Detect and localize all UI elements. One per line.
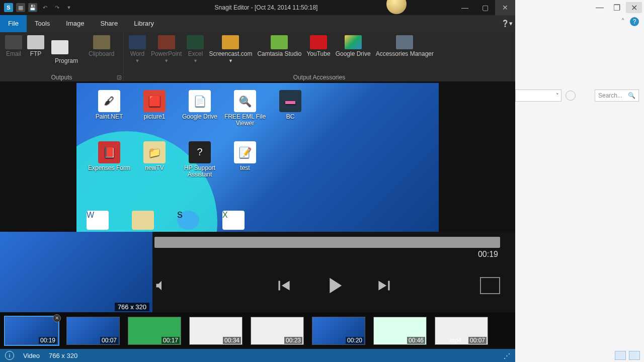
chevron-up-icon[interactable]: ˄ bbox=[621, 17, 625, 27]
output-program[interactable]: Program bbox=[48, 34, 85, 65]
capture-tray: ✕00:19 00:07 00:17 00:34 00:23 00:20 00:… bbox=[0, 312, 515, 349]
status-bar: i Video 766 x 320 ⋰ bbox=[0, 349, 515, 362]
menu-library[interactable]: Library bbox=[126, 15, 162, 32]
prev-frame-button[interactable] bbox=[274, 276, 293, 295]
output-powerpoint[interactable]: PowerPoint▼ bbox=[150, 34, 183, 65]
win-minimize-button[interactable]: — bbox=[592, 2, 608, 13]
group-accessories-label: Output Accessories bbox=[124, 74, 515, 81]
view-list-button[interactable] bbox=[615, 351, 626, 360]
desktop-icon: 📄Google Drive bbox=[177, 90, 222, 138]
help-icon[interactable]: ? bbox=[630, 17, 639, 26]
status-dimensions: 766 x 320 bbox=[49, 352, 77, 359]
next-frame-button[interactable] bbox=[375, 276, 394, 295]
info-icon[interactable]: i bbox=[5, 351, 14, 360]
menu-image[interactable]: Image bbox=[58, 15, 92, 32]
desktop-icon: 📁newTV bbox=[132, 141, 177, 190]
tray-item[interactable]: 00:07 bbox=[66, 317, 120, 345]
video-preview: 🖌Paint.NET 🟥picture1 📄Google Drive 🔍FREE… bbox=[76, 83, 439, 232]
status-type: Video bbox=[23, 352, 40, 359]
desktop-icon: 📕Expenses Form bbox=[87, 141, 132, 190]
tray-item[interactable]: 00:34 bbox=[189, 317, 243, 345]
output-email[interactable]: Email bbox=[4, 34, 23, 65]
desktop-icon: 🔍FREE EML File Viewer bbox=[222, 90, 268, 138]
play-button[interactable] bbox=[321, 273, 347, 299]
help-dropdown-icon[interactable]: ❔▾ bbox=[498, 15, 515, 32]
filter-dropdown[interactable]: ˅ bbox=[515, 89, 561, 102]
menu-share[interactable]: Share bbox=[92, 15, 126, 32]
output-clipboard[interactable]: Clipboard bbox=[88, 34, 115, 65]
search-input[interactable]: Search...🔍 bbox=[595, 89, 639, 102]
search-icon: 🔍 bbox=[628, 92, 635, 99]
volume-icon[interactable] bbox=[154, 279, 169, 293]
tray-item[interactable]: 00:20 bbox=[312, 317, 365, 345]
maximize-button[interactable]: ▢ bbox=[475, 0, 495, 15]
ribbon: Email FTP Program Clipboard Outputs ◲ Wo… bbox=[0, 32, 515, 82]
desktop-icon: 📝test bbox=[222, 141, 268, 190]
minimize-button[interactable]: — bbox=[455, 0, 475, 15]
resize-grip-icon[interactable]: ⋰ bbox=[504, 352, 510, 359]
app-icon: S bbox=[4, 3, 13, 12]
tray-item[interactable]: 00:46 bbox=[373, 317, 427, 345]
desktop-icon: ▬BC bbox=[268, 90, 313, 138]
tray-item[interactable]: mp400:07 bbox=[435, 317, 488, 345]
output-word[interactable]: Word▼ bbox=[128, 34, 147, 65]
right-window: — ❐ ✕ ˄ ? ˅ Search...🔍 bbox=[515, 0, 644, 362]
player-bar: 766 x 320 00:19 bbox=[0, 232, 515, 312]
capture-frame-button[interactable] bbox=[480, 277, 500, 294]
menu-file[interactable]: File bbox=[0, 15, 27, 32]
refresh-icon[interactable] bbox=[566, 90, 576, 101]
output-camtasia[interactable]: Camtasia Studio bbox=[256, 34, 302, 65]
new-capture-icon[interactable]: ▦ bbox=[16, 3, 25, 12]
output-google-drive[interactable]: Google Drive bbox=[335, 34, 372, 65]
qat-dropdown-icon[interactable]: ▼ bbox=[64, 3, 73, 12]
win-close-button[interactable]: ✕ bbox=[626, 2, 642, 13]
close-button[interactable]: ✕ bbox=[495, 0, 515, 15]
tray-item[interactable]: ✕00:19 bbox=[5, 317, 58, 345]
time-label: 00:19 bbox=[152, 250, 515, 259]
quick-toolbar: S ▦ 💾 ↶ ↷ ▼ bbox=[0, 3, 77, 12]
desktop-icon: 🖌Paint.NET bbox=[87, 90, 132, 138]
desktop-icon: 🟥picture1 bbox=[132, 90, 177, 138]
save-icon[interactable]: 💾 bbox=[28, 3, 37, 12]
desktop-icon: ?HP Support Assistant bbox=[177, 141, 222, 190]
outputs-launcher-icon[interactable]: ◲ bbox=[117, 74, 121, 80]
accessories-manager[interactable]: Accessories Manager bbox=[375, 34, 435, 65]
output-excel[interactable]: Excel▼ bbox=[186, 34, 205, 65]
undo-icon[interactable]: ↶ bbox=[40, 3, 49, 12]
thumb-dimensions: 766 x 320 bbox=[115, 303, 149, 311]
view-grid-button[interactable] bbox=[629, 351, 640, 360]
canvas-area: 🖌Paint.NET 🟥picture1 📄Google Drive 🔍FREE… bbox=[0, 82, 515, 312]
cursor-halo bbox=[386, 0, 407, 14]
menu-bar: File Tools Image Share Library ❔▾ bbox=[0, 15, 515, 32]
tray-item[interactable]: 00:23 bbox=[251, 317, 304, 345]
tray-close-icon[interactable]: ✕ bbox=[53, 314, 61, 322]
titlebar: S ▦ 💾 ↶ ↷ ▼ Snagit Editor - [Oct 24, 201… bbox=[0, 0, 515, 15]
progress-bar[interactable] bbox=[154, 237, 500, 248]
menu-tools[interactable]: Tools bbox=[27, 15, 58, 32]
output-ftp[interactable]: FTP bbox=[26, 34, 45, 65]
redo-icon[interactable]: ↷ bbox=[52, 3, 61, 12]
thumbnail-pane: 766 x 320 bbox=[0, 232, 152, 312]
win-restore-button[interactable]: ❐ bbox=[609, 2, 625, 13]
tray-item[interactable]: 00:17 bbox=[128, 317, 181, 345]
output-youtube[interactable]: YouTube bbox=[305, 34, 331, 65]
output-screencast[interactable]: Screencast.com▼ bbox=[208, 34, 253, 65]
group-outputs-label: Outputs bbox=[0, 74, 123, 81]
